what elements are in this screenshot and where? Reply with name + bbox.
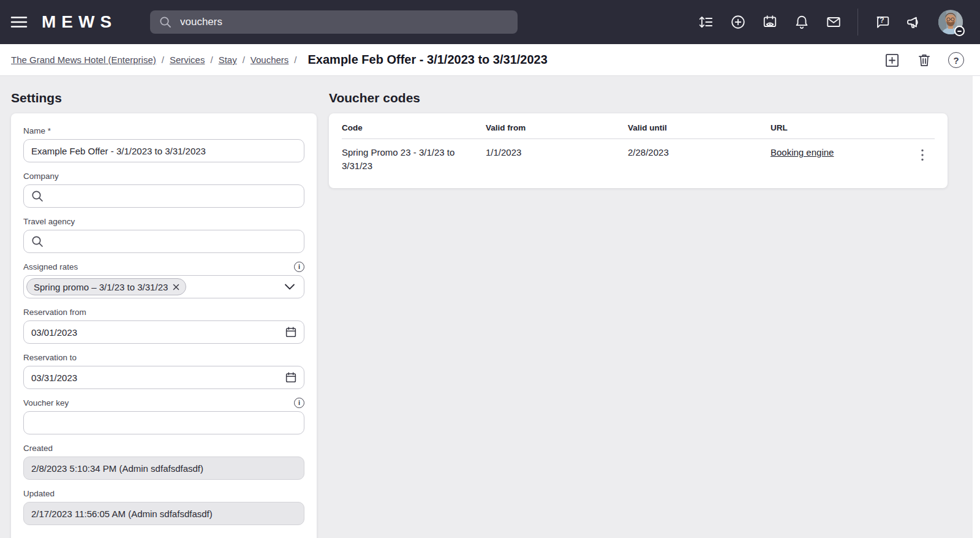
- voucher-codes-heading: Voucher codes: [329, 91, 420, 105]
- column-header-valid-from: Valid from: [486, 113, 628, 139]
- assigned-rate-chip: Spring promo – 3/1/23 to 3/31/23: [26, 278, 186, 295]
- hamburger-menu-icon[interactable]: [10, 15, 28, 29]
- breadcrumb-separator: /: [210, 55, 213, 65]
- voucher-code-cell: Spring Promo 23 - 3/1/23 to 3/31/23: [342, 139, 475, 173]
- breadcrumb-separator: /: [243, 55, 245, 65]
- feedback-help-bubble-icon[interactable]: ?: [874, 14, 890, 30]
- breadcrumb-bar: The Grand Mews Hotel (Enterprise) / Serv…: [0, 44, 980, 76]
- travel-agency-search-input[interactable]: [23, 230, 304, 253]
- reservation-from-label: Reservation from: [23, 308, 86, 317]
- search-icon: [159, 15, 172, 29]
- avatar-status-badge: [954, 26, 965, 36]
- breadcrumb-stay-link[interactable]: Stay: [219, 55, 237, 65]
- breadcrumb-vouchers-link[interactable]: Vouchers: [251, 55, 289, 65]
- field-company: Company: [23, 171, 304, 208]
- breadcrumb-services-link[interactable]: Services: [170, 55, 205, 65]
- company-label: Company: [23, 172, 59, 181]
- travel-agency-label: Travel agency: [23, 217, 75, 226]
- chip-close-icon[interactable]: [173, 284, 179, 290]
- global-search[interactable]: [150, 10, 518, 34]
- content-area: Settings Voucher codes Name * Company Tr…: [0, 76, 980, 538]
- reservation-to-input[interactable]: [23, 366, 304, 389]
- field-reservation-to: Reservation to: [23, 352, 304, 389]
- topbar-divider: [858, 9, 858, 36]
- column-header-actions: [921, 113, 935, 139]
- breadcrumb-separator: /: [162, 55, 164, 65]
- messages-mail-icon[interactable]: [826, 14, 842, 30]
- created-label: Created: [23, 444, 53, 453]
- updated-value: [23, 502, 304, 525]
- reservation-from-input[interactable]: [23, 320, 304, 344]
- calendar-icon[interactable]: [284, 325, 298, 339]
- notifications-bell-icon[interactable]: [794, 14, 810, 30]
- chevron-down-icon: [284, 283, 295, 290]
- topbar-actions: ?: [698, 0, 980, 44]
- created-value: [23, 457, 304, 480]
- page-title: Example Feb Offer - 3/1/2023 to 3/31/202…: [308, 53, 548, 67]
- field-travel-agency: Travel agency: [23, 216, 304, 253]
- field-assigned-rates: Assigned rates i Spring promo – 3/1/23 t…: [23, 262, 304, 298]
- density-sort-icon[interactable]: [698, 14, 714, 30]
- add-voucher-button[interactable]: [884, 52, 900, 69]
- column-header-url: URL: [771, 113, 921, 139]
- page-actions: ?: [884, 44, 980, 76]
- valid-until-cell: 2/28/2023: [628, 139, 771, 173]
- column-header-valid-until: Valid until: [628, 113, 771, 139]
- voucher-key-label: Voucher key: [23, 398, 69, 407]
- scrollbar-track[interactable]: [973, 76, 980, 538]
- field-updated: Updated: [23, 488, 304, 525]
- settings-card: Name * Company Travel agency: [11, 113, 317, 538]
- field-created: Created: [23, 443, 304, 480]
- mews-logo[interactable]: MEWS: [42, 12, 117, 32]
- search-input[interactable]: [179, 15, 509, 29]
- question-glyph: ?: [953, 55, 959, 66]
- updated-label: Updated: [23, 489, 55, 498]
- announcements-megaphone-icon[interactable]: [906, 14, 922, 31]
- row-menu-kebab-icon[interactable]: [921, 139, 935, 173]
- info-icon[interactable]: i: [294, 262, 304, 272]
- assigned-rate-chip-label: Spring promo – 3/1/23 to 3/31/23: [34, 282, 168, 292]
- voucher-key-input[interactable]: [23, 411, 304, 434]
- calendar-icon[interactable]: [284, 371, 298, 384]
- company-search-input[interactable]: [23, 184, 304, 208]
- url-cell: Booking engine: [771, 139, 921, 173]
- assigned-rates-label: Assigned rates: [23, 262, 78, 271]
- breadcrumb-separator: /: [294, 55, 296, 65]
- field-reservation-from: Reservation from: [23, 307, 304, 344]
- add-circle-icon[interactable]: [730, 14, 746, 30]
- breadcrumb: The Grand Mews Hotel (Enterprise) / Serv…: [11, 53, 548, 67]
- user-avatar[interactable]: [938, 10, 963, 34]
- field-voucher-key: Voucher key i: [23, 398, 304, 434]
- voucher-codes-table: Code Valid from Valid until URL Spring P…: [342, 113, 935, 173]
- topbar: MEWS: [0, 0, 980, 44]
- settings-heading: Settings: [11, 91, 62, 105]
- valid-from-cell: 1/1/2023: [486, 139, 628, 173]
- info-icon[interactable]: i: [294, 398, 304, 408]
- help-button[interactable]: ?: [948, 52, 964, 68]
- question-glyph: ?: [874, 16, 890, 25]
- column-header-code: Code: [342, 113, 486, 139]
- booking-engine-link[interactable]: Booking engine: [771, 147, 834, 157]
- voucher-codes-card: Code Valid from Valid until URL Spring P…: [329, 113, 948, 188]
- name-label: Name *: [23, 126, 51, 135]
- assigned-rates-select[interactable]: Spring promo – 3/1/23 to 3/31/23: [23, 275, 304, 298]
- reservation-to-label: Reservation to: [23, 353, 77, 362]
- delete-trash-button[interactable]: [916, 52, 932, 68]
- calendar-view-icon[interactable]: [762, 14, 778, 30]
- breadcrumb-enterprise-link[interactable]: The Grand Mews Hotel (Enterprise): [11, 55, 156, 65]
- field-name: Name *: [23, 126, 304, 162]
- name-input[interactable]: [23, 139, 304, 162]
